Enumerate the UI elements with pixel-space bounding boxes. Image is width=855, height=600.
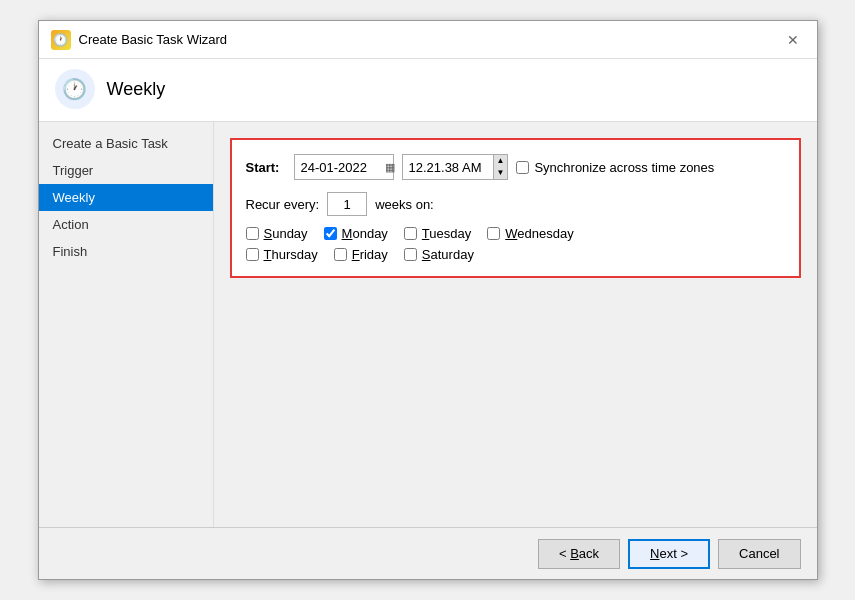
sync-checkbox-label[interactable]: Synchronize across time zones [516, 160, 714, 175]
checkbox-thursday[interactable] [246, 248, 259, 261]
recur-input[interactable] [327, 192, 367, 216]
sidebar-item-finish[interactable]: Finish [39, 238, 213, 265]
cancel-button[interactable]: Cancel [718, 539, 800, 569]
date-input-wrapper: ▦ [294, 154, 394, 180]
day-thursday[interactable]: Thursday [246, 247, 318, 262]
day-saturday[interactable]: Saturday [404, 247, 474, 262]
back-underline-letter: B [570, 546, 579, 561]
checkbox-sunday[interactable] [246, 227, 259, 240]
days-row-2: Thursday Friday Saturday [246, 247, 785, 262]
sidebar: Create a Basic Task Trigger Weekly Actio… [39, 122, 214, 527]
time-up-button[interactable]: ▲ [494, 155, 508, 167]
next-underline-letter: N [650, 546, 659, 561]
header-icon: 🕐 [55, 69, 95, 109]
label-monday: Monday [342, 226, 388, 241]
label-wednesday: Wednesday [505, 226, 573, 241]
checkbox-tuesday[interactable] [404, 227, 417, 240]
time-down-button[interactable]: ▼ [494, 167, 508, 179]
main-content: Start: ▦ ▲ ▼ Synchronize acr [214, 122, 817, 527]
dialog-title: Create Basic Task Wizard [79, 32, 228, 47]
day-sunday[interactable]: Sunday [246, 226, 308, 241]
start-row: Start: ▦ ▲ ▼ Synchronize acr [246, 154, 785, 180]
calendar-icon[interactable]: ▦ [385, 161, 395, 174]
title-bar-left: 🕐 Create Basic Task Wizard [51, 30, 228, 50]
weeks-label: weeks on: [375, 197, 434, 212]
sidebar-item-weekly[interactable]: Weekly [39, 184, 213, 211]
label-thursday: Thursday [264, 247, 318, 262]
footer: < Back Next > Cancel [39, 527, 817, 579]
days-row-1: Sunday Monday Tuesday Wednesday [246, 226, 785, 241]
label-sunday: Sunday [264, 226, 308, 241]
day-monday[interactable]: Monday [324, 226, 388, 241]
config-box: Start: ▦ ▲ ▼ Synchronize acr [230, 138, 801, 278]
checkbox-monday[interactable] [324, 227, 337, 240]
time-input-wrapper: ▲ ▼ [402, 154, 509, 180]
date-field[interactable] [301, 160, 381, 175]
dialog-icon: 🕐 [51, 30, 71, 50]
checkbox-wednesday[interactable] [487, 227, 500, 240]
sidebar-item-create-basic-task[interactable]: Create a Basic Task [39, 130, 213, 157]
label-tuesday: Tuesday [422, 226, 471, 241]
next-button[interactable]: Next > [628, 539, 710, 569]
day-tuesday[interactable]: Tuesday [404, 226, 471, 241]
recur-label: Recur every: [246, 197, 320, 212]
start-label: Start: [246, 160, 286, 175]
sidebar-item-trigger[interactable]: Trigger [39, 157, 213, 184]
day-wednesday[interactable]: Wednesday [487, 226, 573, 241]
sync-checkbox[interactable] [516, 161, 529, 174]
close-button[interactable]: ✕ [781, 28, 805, 52]
days-rows: Sunday Monday Tuesday Wednesday [246, 226, 785, 262]
back-button[interactable]: < Back [538, 539, 620, 569]
time-field[interactable] [403, 157, 493, 178]
content-area: Create a Basic Task Trigger Weekly Actio… [39, 122, 817, 527]
dialog-window: 🕐 Create Basic Task Wizard ✕ 🕐 Weekly Cr… [38, 20, 818, 580]
day-friday[interactable]: Friday [334, 247, 388, 262]
header-title: Weekly [107, 79, 166, 100]
header-clock-icon: 🕐 [62, 77, 87, 101]
header-section: 🕐 Weekly [39, 59, 817, 122]
time-spinners: ▲ ▼ [493, 155, 508, 179]
sidebar-item-action[interactable]: Action [39, 211, 213, 238]
recur-row: Recur every: weeks on: [246, 192, 785, 216]
label-friday: Friday [352, 247, 388, 262]
label-saturday: Saturday [422, 247, 474, 262]
checkbox-friday[interactable] [334, 248, 347, 261]
title-bar: 🕐 Create Basic Task Wizard ✕ [39, 21, 817, 59]
sync-label: Synchronize across time zones [534, 160, 714, 175]
checkbox-saturday[interactable] [404, 248, 417, 261]
